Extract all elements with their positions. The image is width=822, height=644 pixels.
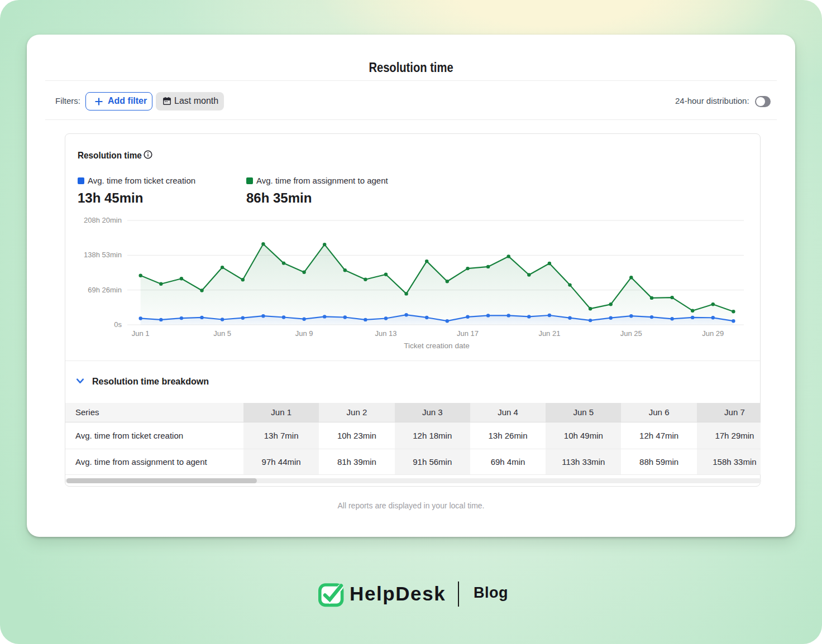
svg-text:Jun 1: Jun 1	[132, 329, 150, 338]
svg-text:Jun 9: Jun 9	[295, 329, 313, 338]
svg-text:Jun 25: Jun 25	[620, 329, 642, 338]
svg-text:0s: 0s	[114, 320, 122, 329]
svg-text:69h 26min: 69h 26min	[88, 286, 122, 294]
svg-text:Jun 13: Jun 13	[375, 329, 396, 338]
svg-text:Jun 17: Jun 17	[457, 329, 479, 338]
svg-text:Jun 29: Jun 29	[702, 329, 724, 338]
svg-text:Jun 5: Jun 5	[213, 329, 231, 338]
svg-text:208h 20min: 208h 20min	[84, 216, 122, 224]
svg-text:138h 53min: 138h 53min	[84, 251, 122, 259]
svg-text:Jun 21: Jun 21	[538, 329, 560, 338]
svg-text:Ticket creation date: Ticket creation date	[404, 342, 469, 350]
